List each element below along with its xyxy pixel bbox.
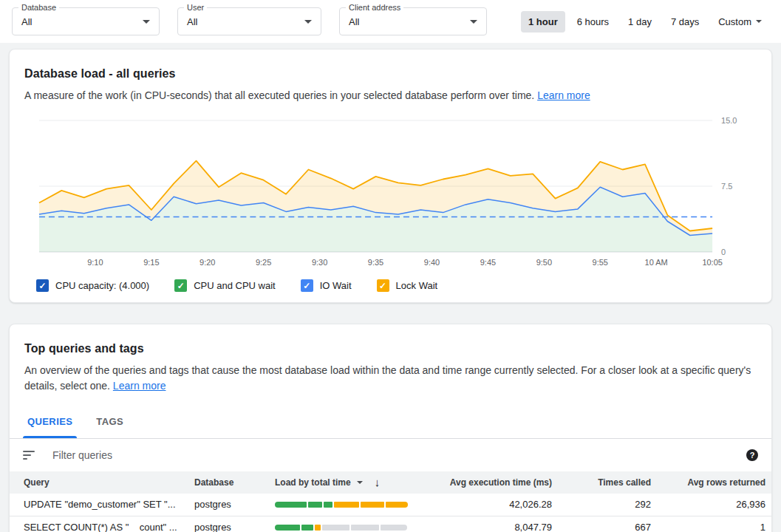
help-icon[interactable]: ?	[746, 449, 758, 461]
table-row[interactable]: UPDATE "demo_customer" SET "... postgres…	[10, 494, 771, 516]
table-header: Query Database Load by total time ↓ Avg …	[10, 471, 771, 494]
svg-text:0: 0	[721, 248, 726, 256]
tab-queries[interactable]: QUERIES	[16, 405, 84, 438]
load-cell	[275, 525, 420, 531]
query-cell[interactable]: SELECT COUNT(*) AS "__count" ...	[10, 522, 194, 532]
database-load-card: Database load - all queries A measure of…	[9, 49, 772, 303]
card-description: A measure of the work (in CPU-seconds) t…	[24, 88, 757, 103]
svg-text:9:30: 9:30	[312, 258, 327, 267]
svg-text:10:05: 10:05	[702, 258, 722, 267]
avg-execution-time-cell: 42,026.28	[420, 499, 552, 510]
learn-more-link[interactable]: Learn more	[537, 89, 590, 101]
svg-text:9:25: 9:25	[256, 258, 271, 267]
checkbox-checked-icon[interactable]: ✓	[36, 279, 49, 292]
avg-rows-returned-cell: 26,936	[651, 499, 771, 510]
avg-execution-time-cell: 8,047.79	[420, 522, 552, 532]
column-header-database[interactable]: Database	[194, 477, 275, 488]
svg-text:9:15: 9:15	[143, 258, 159, 267]
user-filter-select[interactable]: User All	[177, 7, 321, 35]
user-filter-label: User	[184, 3, 207, 12]
times-called-cell: 667	[552, 522, 651, 532]
svg-text:9:35: 9:35	[368, 258, 383, 267]
times-called-cell: 292	[552, 499, 651, 510]
column-menu-caret-icon[interactable]	[357, 481, 363, 484]
load-cell	[275, 502, 420, 508]
column-header-load-by-total-time[interactable]: Load by total time ↓	[275, 476, 420, 488]
checkbox-checked-icon[interactable]: ✓	[174, 279, 187, 292]
legend-cpu-and-cpu-wait[interactable]: ✓ CPU and CPU wait	[174, 279, 276, 292]
legend-label: IO Wait	[320, 280, 352, 291]
client-address-filter-value: All	[349, 16, 359, 27]
time-range-custom-label: Custom	[718, 16, 751, 27]
checkbox-checked-icon[interactable]: ✓	[377, 279, 389, 292]
card-description: An overview of the queries and tags that…	[10, 363, 771, 393]
load-bar	[275, 502, 408, 508]
client-address-filter-select[interactable]: Client address All	[339, 7, 487, 35]
database-filter-select[interactable]: Database All	[12, 7, 160, 35]
column-header-times-called[interactable]: Times called	[552, 477, 651, 488]
legend-io-wait[interactable]: ✓ IO Wait	[301, 279, 352, 292]
legend-label: CPU capacity: (4.000)	[55, 280, 149, 291]
database-cell: postgres	[194, 499, 275, 510]
user-filter-value: All	[187, 16, 197, 27]
chart-legend: ✓ CPU capacity: (4.000) ✓ CPU and CPU wa…	[24, 279, 757, 292]
svg-text:9:55: 9:55	[593, 258, 608, 267]
legend-lock-wait[interactable]: ✓ Lock Wait	[377, 279, 438, 292]
avg-rows-returned-cell: 1	[651, 522, 771, 532]
time-range-1-hour[interactable]: 1 hour	[521, 11, 565, 33]
card-title: Database load - all queries	[24, 67, 757, 81]
card-title: Top queries and tags	[10, 342, 771, 355]
filter-queries-input[interactable]	[52, 449, 737, 461]
legend-label: CPU and CPU wait	[194, 280, 276, 291]
table-row[interactable]: SELECT COUNT(*) AS "__count" ... postgre…	[10, 516, 771, 532]
svg-text:9:20: 9:20	[199, 258, 215, 267]
database-load-chart: 07.515.09:109:159:209:259:309:359:409:45…	[24, 112, 757, 270]
learn-more-link[interactable]: Learn more	[113, 380, 166, 392]
filter-bar: Database All User All Client address All…	[0, 0, 781, 43]
svg-text:9:40: 9:40	[424, 258, 440, 267]
svg-text:7.5: 7.5	[721, 182, 732, 191]
database-filter-label: Database	[18, 3, 59, 12]
svg-text:9:45: 9:45	[480, 258, 496, 267]
svg-text:9:50: 9:50	[536, 258, 552, 267]
card-description-text: A measure of the work (in CPU-seconds) t…	[24, 89, 534, 101]
column-header-query[interactable]: Query	[10, 477, 194, 488]
legend-label: Lock Wait	[396, 280, 438, 291]
legend-cpu-capacity[interactable]: ✓ CPU capacity: (4.000)	[36, 279, 149, 292]
checkbox-checked-icon[interactable]: ✓	[301, 279, 313, 292]
chevron-down-icon	[756, 20, 762, 23]
time-range-7-days[interactable]: 7 days	[664, 11, 706, 33]
sort-descending-icon[interactable]: ↓	[375, 476, 381, 488]
chart-area: 07.515.09:109:159:209:259:309:359:409:45…	[24, 112, 757, 270]
chevron-down-icon	[470, 20, 477, 24]
svg-text:9:10: 9:10	[87, 258, 103, 267]
load-bar	[275, 525, 408, 531]
chevron-down-icon	[304, 20, 312, 24]
database-filter-value: All	[21, 16, 32, 27]
tab-tags[interactable]: TAGS	[84, 405, 135, 438]
chevron-down-icon	[143, 20, 150, 24]
svg-text:15.0: 15.0	[721, 116, 737, 125]
time-range-1-day[interactable]: 1 day	[621, 11, 659, 33]
tab-bar: QUERIES TAGS	[10, 405, 771, 439]
time-range-group: 1 hour 6 hours 1 day 7 days Custom	[521, 11, 769, 33]
time-range-6-hours[interactable]: 6 hours	[570, 11, 616, 33]
column-header-avg-execution-time[interactable]: Avg execution time (ms)	[420, 477, 552, 488]
filter-row: ?	[10, 439, 771, 471]
database-cell: postgres	[194, 522, 275, 532]
column-header-avg-rows-returned[interactable]: Avg rows returned	[651, 477, 771, 488]
filter-icon[interactable]	[23, 451, 35, 460]
time-range-custom[interactable]: Custom	[711, 11, 769, 33]
column-header-label: Load by total time	[275, 477, 351, 488]
query-cell[interactable]: UPDATE "demo_customer" SET "...	[10, 499, 194, 510]
svg-text:10 AM: 10 AM	[645, 258, 668, 267]
top-queries-card: Top queries and tags An overview of the …	[9, 324, 772, 532]
client-address-filter-label: Client address	[346, 3, 403, 12]
